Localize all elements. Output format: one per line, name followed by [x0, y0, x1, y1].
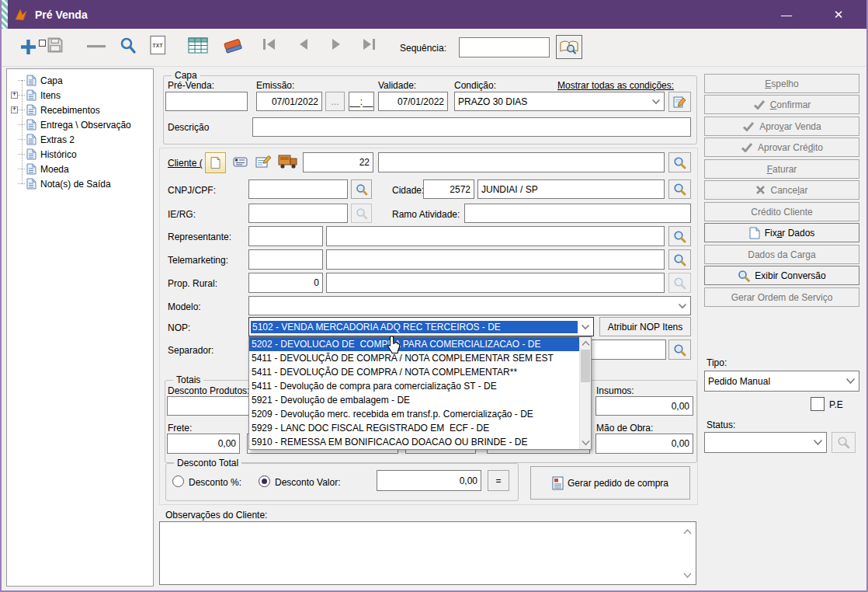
nav-last-button[interactable]: [362, 38, 376, 50]
condicao-edit-button[interactable]: [668, 92, 691, 112]
tree-item[interactable]: Nota(s) de Saída: [7, 176, 153, 191]
cidade-codigo-input[interactable]: [423, 179, 474, 199]
search-button[interactable]: [118, 36, 138, 56]
telemarketing-codigo-input[interactable]: [248, 249, 323, 270]
telemarketing-nome-input[interactable]: [326, 249, 665, 270]
representante-codigo-input[interactable]: [248, 226, 323, 246]
cliente-entrega-truck-icon[interactable]: [277, 153, 299, 170]
condicao-select[interactable]: PRAZO 30 DIAS: [454, 92, 665, 111]
observacoes-textarea[interactable]: [159, 521, 696, 585]
tipo-select[interactable]: Pedido Manual: [704, 371, 859, 392]
action-button-gerar-ordem-de-servi-o[interactable]: Gerar Ordem de Serviço: [704, 287, 859, 307]
validade-date-input[interactable]: [378, 92, 448, 111]
descricao-input[interactable]: [252, 117, 691, 137]
clear-button[interactable]: [222, 37, 244, 55]
tree-item[interactable]: Extras 2: [7, 132, 153, 147]
cidade-nome-input[interactable]: [477, 179, 665, 199]
tree-item[interactable]: +Itens: [7, 88, 153, 103]
descricao-label: Descrição: [168, 122, 209, 133]
nop-dropdown-scrollbar[interactable]: [579, 337, 591, 449]
new-record-button[interactable]: [19, 37, 38, 57]
delete-button[interactable]: [87, 45, 106, 48]
nop-dropdown-option[interactable]: 5910 - REMESSA EM BONIFICACAO DOACAO OU …: [249, 435, 580, 449]
action-button-confirmar[interactable]: Confirmar: [704, 95, 859, 114]
status-select[interactable]: [704, 432, 827, 453]
nop-dropdown-option[interactable]: 5411 - DEVOLUÇÃO DE COMPRA / NOTA COMPLE…: [249, 351, 580, 365]
mao-de-obra-input[interactable]: [595, 434, 693, 454]
tree-item[interactable]: Entrega \ Observação: [7, 117, 153, 132]
emissao-date-input[interactable]: [256, 92, 322, 111]
action-button-faturar[interactable]: Faturar: [704, 159, 859, 179]
expand-plus-icon[interactable]: +: [11, 106, 18, 113]
ie-rg-input[interactable]: [248, 204, 348, 223]
nav-prev-button[interactable]: [298, 38, 309, 50]
modelo-select[interactable]: [248, 296, 691, 315]
txt-export-button[interactable]: TXT: [150, 35, 166, 55]
gerar-pedido-compra-button[interactable]: Gerar pedido de compra: [530, 466, 690, 500]
telemarketing-search-button[interactable]: [668, 249, 691, 270]
nop-dropdown-option[interactable]: 5209 - Devolução merc. recebida em trans…: [249, 407, 580, 421]
emissao-calendar-button[interactable]: ...: [325, 92, 345, 111]
representante-search-button[interactable]: [668, 226, 691, 246]
desconto-pct-radio[interactable]: [172, 475, 184, 487]
nop-dropdown-option[interactable]: 5202 - DEVOLUCAO DE COMPRA PARA COMERCIA…: [249, 337, 580, 351]
action-button-fixar-dados[interactable]: Fixar Dados: [704, 223, 859, 242]
cliente-historico-icon[interactable]: [232, 155, 249, 169]
cnpj-input[interactable]: [248, 179, 348, 199]
save-button[interactable]: [47, 37, 64, 54]
expand-plus-icon[interactable]: +: [11, 92, 18, 99]
nop-dropdown-option[interactable]: 5921 - Devolução de embalagem - DE: [249, 393, 580, 407]
separador-search-button[interactable]: [668, 340, 691, 360]
desconto-valor-radio[interactable]: [259, 475, 270, 487]
prop-rural-nome-input[interactable]: [326, 273, 665, 293]
cliente-codigo-input[interactable]: [303, 152, 373, 172]
insumos-input[interactable]: [595, 396, 693, 416]
cliente-nome-input[interactable]: [378, 152, 665, 172]
frete-input[interactable]: [167, 434, 240, 454]
action-button-exibir-convers-o[interactable]: Exibir Conversão: [704, 266, 859, 285]
cidade-search-button[interactable]: [668, 179, 691, 199]
ramo-atividade-input[interactable]: [464, 204, 691, 223]
atribuir-nop-itens-button[interactable]: Atribuir NOP Itens: [599, 317, 691, 336]
cliente-search-button[interactable]: [668, 152, 691, 172]
action-button-dados-da-carga[interactable]: Dados da Carga: [704, 245, 859, 264]
sequencia-search-button[interactable]: [556, 35, 582, 59]
action-button-aprovar-venda[interactable]: Aprovar Venda: [704, 117, 859, 136]
nop-dropdown-option[interactable]: 5411 - Devolução de compra para comercia…: [249, 379, 580, 393]
ie-rg-search-button[interactable]: [351, 204, 372, 223]
pre-venda-input[interactable]: [165, 92, 248, 111]
tree-item[interactable]: Histórico: [7, 147, 153, 162]
nop-select[interactable]: 5102 - VENDA MERCADORIA ADQ REC TERCEIRO…: [248, 317, 594, 336]
cliente-link[interactable]: Cliente (: [168, 158, 203, 169]
action-button-cr-dito-cliente[interactable]: Crédito Cliente: [704, 202, 859, 221]
pe-checkbox[interactable]: [811, 397, 825, 411]
prop-rural-codigo-input[interactable]: [248, 273, 323, 293]
minimize-button[interactable]: —: [771, 9, 802, 21]
grid-view-button[interactable]: [188, 37, 208, 54]
scroll-down-icon[interactable]: [683, 570, 692, 580]
cliente-copy-button[interactable]: [205, 152, 226, 173]
tree-item[interactable]: Moeda: [7, 162, 153, 176]
prop-rural-search-button[interactable]: [668, 273, 691, 293]
nop-dropdown-option[interactable]: 5929 - LANC DOC FISCAL REGISTRADO EM ECF…: [249, 421, 580, 435]
action-button-espelho[interactable]: Espelho: [704, 74, 859, 93]
sequencia-input[interactable]: [459, 37, 550, 57]
equals-button[interactable]: =: [488, 470, 509, 491]
emissao-time-input[interactable]: [349, 92, 374, 111]
cnpj-search-button[interactable]: [351, 179, 372, 199]
tree-item[interactable]: Capa: [7, 73, 153, 88]
desconto-valor-input[interactable]: [377, 470, 481, 491]
mostrar-todas-condicoes-link[interactable]: Mostrar todas as condições:: [557, 80, 674, 91]
cliente-cadastro-icon[interactable]: [255, 155, 273, 169]
scrollbar-thumb[interactable]: [581, 350, 590, 382]
close-button[interactable]: ✕: [823, 8, 854, 22]
representante-nome-input[interactable]: [326, 226, 665, 246]
scroll-up-icon[interactable]: [683, 527, 692, 536]
nav-first-button[interactable]: [262, 38, 276, 50]
nop-dropdown-option[interactable]: 5411 - DEVOLUÇÃO DE COMPRA / NOTA COMPLE…: [249, 365, 580, 379]
status-search-button[interactable]: [832, 432, 856, 453]
action-button-aprovar-cr-dito[interactable]: Aprovar Crédito: [704, 138, 859, 157]
nav-next-button[interactable]: [331, 38, 342, 50]
tree-item[interactable]: +Recebimentos: [7, 103, 153, 117]
action-button-cancelar[interactable]: Cancelar: [704, 180, 859, 200]
